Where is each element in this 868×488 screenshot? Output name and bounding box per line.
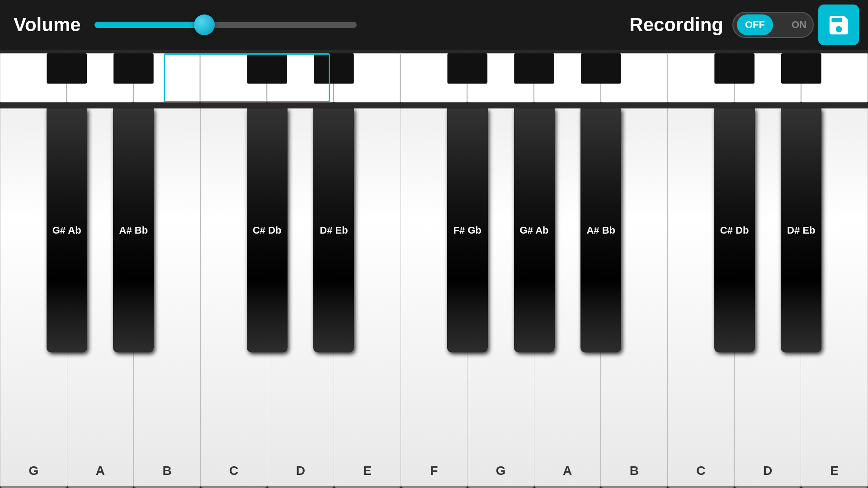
key-label-B1: B: [162, 464, 171, 478]
volume-label: Volume: [14, 14, 81, 36]
svg-rect-21: [714, 53, 755, 84]
svg-rect-16: [247, 53, 287, 84]
key-label-D2: D: [763, 464, 772, 478]
mini-keyboard: [0, 50, 868, 108]
black-key-Gb-Ab-1[interactable]: G# Ab: [47, 108, 87, 352]
black-key-As-Bb-1[interactable]: A# Bb: [113, 108, 154, 352]
save-icon: [826, 13, 851, 38]
black-key-label-CsDb2: C# Db: [720, 224, 749, 237]
volume-slider-container: [94, 22, 357, 28]
recording-label: Recording: [629, 14, 723, 36]
black-key-label-DsEb1: D# Eb: [320, 224, 348, 237]
main-keyboard-wrapper: G A B C D E F: [0, 108, 868, 488]
recording-toggle[interactable]: OFF ON: [732, 12, 814, 38]
key-label-C2: C: [696, 464, 705, 478]
svg-rect-15: [113, 53, 154, 84]
key-label-A1: A: [96, 464, 105, 478]
volume-slider[interactable]: [94, 22, 357, 28]
mini-keyboard-svg: [0, 50, 868, 108]
black-key-label-CsDb1: C# Db: [253, 224, 282, 237]
black-key-label-DsEb2: D# Eb: [787, 224, 815, 237]
black-key-Cs-Db-2[interactable]: C# Db: [714, 108, 755, 352]
volume-thumb[interactable]: [194, 14, 215, 35]
black-key-As-Bb-2[interactable]: A# Bb: [580, 108, 621, 352]
key-label-G1: G: [28, 464, 38, 478]
black-key-Cs-Db-1[interactable]: C# Db: [247, 108, 288, 352]
svg-rect-17: [314, 53, 354, 84]
recording-section: Recording OFF ON: [629, 12, 814, 38]
svg-rect-18: [448, 53, 488, 84]
key-label-E1: E: [363, 464, 372, 478]
black-key-Ds-Eb-1[interactable]: D# Eb: [313, 108, 354, 352]
key-label-E2: E: [830, 464, 839, 478]
piano-container: G A B C D E F: [0, 50, 868, 488]
key-label-F1: F: [430, 464, 438, 478]
svg-rect-14: [47, 53, 87, 84]
toggle-on-label: ON: [792, 19, 807, 31]
black-key-Ds-Eb-2[interactable]: D# Eb: [781, 108, 821, 352]
svg-rect-19: [514, 53, 554, 84]
key-label-D1: D: [296, 464, 305, 478]
key-label-G2: G: [496, 464, 506, 478]
toggle-off-label: OFF: [737, 14, 773, 35]
black-key-label-AsBb2: A# Bb: [586, 224, 615, 237]
save-button[interactable]: [818, 5, 859, 45]
black-key-Fs-Gb-1[interactable]: F# Gb: [447, 108, 488, 352]
svg-rect-20: [581, 53, 621, 84]
black-key-label-FsGb1: F# Gb: [453, 224, 481, 237]
black-key-label-GsAb2: G# Ab: [520, 224, 549, 237]
black-key-label-GsAb1: G# Ab: [52, 224, 81, 237]
header: Volume Recording OFF ON: [0, 0, 868, 50]
key-label-B2: B: [630, 464, 639, 478]
black-key-Gs-Ab-2[interactable]: G# Ab: [514, 108, 555, 352]
black-key-label-AsBb1: A# Bb: [119, 224, 148, 237]
svg-rect-22: [781, 53, 821, 84]
key-label-C1: C: [229, 464, 238, 478]
key-label-A2: A: [563, 464, 572, 478]
